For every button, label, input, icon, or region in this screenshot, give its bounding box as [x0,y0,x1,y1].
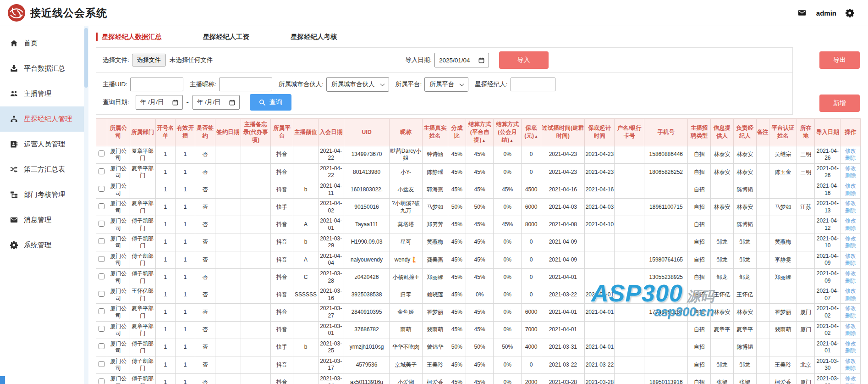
column-header: 备注 [756,119,769,146]
row-checkbox[interactable] [99,326,104,332]
sidebar-item-message-manage[interactable]: 消息管理 [0,207,84,233]
op-delete-link[interactable]: 删除 [841,365,860,372]
row-checkbox[interactable] [99,186,104,192]
op-edit-link[interactable]: 修改 [841,305,860,312]
row-checkbox[interactable] [99,308,104,314]
op-edit-link[interactable]: 修改 [841,148,860,155]
data-cell: 0% [494,304,522,321]
data-cell [756,304,769,321]
row-checkbox[interactable] [99,378,104,384]
scout-agent-input[interactable] [511,78,555,91]
row-checkbox[interactable] [99,221,104,227]
sidebar-item-system-manage[interactable]: 系统管理 [0,233,84,258]
platform-select[interactable]: 所属平台 [424,77,468,92]
op-edit-link[interactable]: 修改 [841,358,860,365]
op-delete-link[interactable]: 删除 [841,242,860,250]
op-edit-link[interactable]: 修改 [841,253,860,260]
sidebar-scrollbar[interactable] [84,26,88,384]
sort-asc-icon[interactable]: ▲ [534,134,538,139]
sidebar-item-dept-assess[interactable]: 部门考核管理 [0,182,84,207]
column-header[interactable]: 保底(元)▲ [521,119,541,146]
data-cell: Tayaa111 [344,216,390,234]
op-delete-link[interactable]: 删除 [841,207,860,215]
sidebar-item-home[interactable]: 首页 [0,31,84,56]
anchor-nickname-input[interactable] [219,78,272,91]
row-checkbox[interactable] [99,168,104,174]
op-edit-link[interactable]: 修改 [841,340,860,348]
data-cell: 夏章平 [711,321,734,339]
data-cell: 1 [176,356,195,373]
row-checkbox[interactable] [99,343,104,349]
row-checkbox[interactable] [99,361,104,367]
sort-asc-icon[interactable]: ▲ [510,139,513,143]
op-delete-link[interactable]: 删除 [841,383,860,384]
data-cell: 快手 [270,339,293,356]
sidebar-item-third-party[interactable]: 第三方汇总表 [0,157,84,182]
op-delete-link[interactable]: 删除 [841,312,860,320]
data-cell [215,286,241,304]
op-delete-link[interactable]: 删除 [841,172,860,179]
op-edit-link[interactable]: 修改 [841,165,860,173]
settings-gear-icon[interactable] [846,9,854,17]
data-cell: 厦门公司 [107,304,130,321]
op-delete-link[interactable]: 删除 [841,347,860,355]
add-button[interactable]: 新增 [819,95,860,112]
tab-scout-salary[interactable]: 星探经纪人工资 [203,33,250,41]
row-checkbox[interactable] [99,256,104,262]
op-edit-link[interactable]: 修改 [841,323,860,330]
op-delete-link[interactable]: 删除 [841,278,860,285]
export-button[interactable]: 导出 [819,51,860,69]
query-button[interactable]: 查询 [250,94,291,111]
data-cell: 抖音 [270,146,293,163]
op-edit-link[interactable]: 修改 [841,235,860,243]
op-delete-link[interactable]: 删除 [841,225,860,232]
import-button[interactable]: 导入 [499,51,549,69]
data-cell: 45% [466,181,494,199]
city-partner-select[interactable]: 所属城市合伙人 [326,77,389,92]
row-checkbox[interactable] [99,203,104,209]
op-delete-link[interactable]: 删除 [841,190,860,197]
op-delete-link[interactable]: 删除 [841,330,860,337]
tab-scout-data-summary[interactable]: 星探经纪人数据汇总 [96,33,162,41]
ops-cell: 修改删除 [841,339,861,356]
op-edit-link[interactable]: 修改 [841,375,860,383]
data-cell: 2021-04-01 [585,339,615,356]
op-delete-link[interactable]: 删除 [841,295,860,302]
data-cell: 金鱼姬 [390,304,422,321]
op-edit-link[interactable]: 修改 [841,288,860,295]
column-header[interactable]: 结算方式(公会月结)▲ [494,119,522,146]
mail-icon[interactable] [797,9,807,17]
sidebar-item-scout-manage[interactable]: 星探经纪人管理 [0,106,84,132]
column-header: 所属公司 [107,119,130,146]
op-edit-link[interactable]: 修改 [841,183,860,190]
tab-scout-assess[interactable]: 星探经纪人考核 [291,33,337,41]
row-checkbox[interactable] [99,238,104,244]
op-delete-link[interactable]: 删除 [841,260,860,267]
data-cell: 2021-03-27 [318,304,344,321]
column-header[interactable]: 结算方式(平台自提)▲ [466,119,494,146]
sort-asc-icon[interactable]: ▲ [482,139,486,143]
scrollbar-thumb[interactable] [84,28,88,88]
data-cell [756,146,769,163]
anchor-uid-input[interactable] [130,78,183,91]
import-date-input[interactable]: 2025/01/04 [434,53,489,67]
row-checkbox[interactable] [99,273,104,279]
op-edit-link[interactable]: 修改 [841,217,860,225]
data-cell: 2021-04-26 [815,146,841,163]
op-edit-link[interactable]: 修改 [841,200,860,207]
query-date-end-input[interactable]: 年 /月/日 [192,95,240,110]
sidebar-item-platform-data[interactable]: 平台数据汇总 [0,56,84,81]
op-edit-link[interactable]: 修改 [841,270,860,278]
query-date-start-input[interactable]: 年 /月/日 [136,95,183,110]
data-cell: 小橘乱撞✛ [390,268,422,286]
row-checkbox[interactable] [99,291,104,297]
op-delete-link[interactable]: 删除 [841,155,860,162]
row-checkbox[interactable] [99,150,104,156]
data-cell [756,181,769,199]
sidebar-item-anchor-manage[interactable]: 主播管理 [0,81,84,106]
sidebar-item-operator-manage[interactable]: 运营人员管理 [0,132,84,157]
data-cell: 2021-04-01 [541,304,585,321]
data-cell: wendy🧜 [390,251,422,268]
data-cell: 黄燕梅 [422,234,448,251]
choose-file-button[interactable]: 选择文件 [132,54,166,67]
